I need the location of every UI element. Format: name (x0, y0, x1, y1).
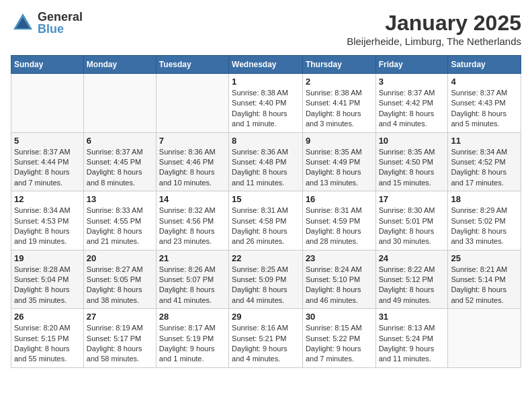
day-of-week-header: Tuesday (156, 56, 228, 74)
day-info: Sunrise: 8:27 AM Sunset: 5:05 PM Dayligh… (87, 265, 153, 306)
day-number: 6 (87, 136, 153, 146)
day-number: 5 (14, 136, 81, 146)
day-info: Sunrise: 8:32 AM Sunset: 4:56 PM Dayligh… (159, 205, 226, 247)
day-info: Sunrise: 8:16 AM Sunset: 5:21 PM Dayligh… (232, 323, 300, 365)
day-of-week-header: Monday (83, 56, 156, 74)
day-number: 27 (87, 312, 153, 322)
day-info: Sunrise: 8:24 AM Sunset: 5:10 PM Dayligh… (306, 265, 373, 306)
calendar-cell: 29Sunrise: 8:16 AM Sunset: 5:21 PM Dayli… (229, 309, 303, 368)
day-number: 15 (232, 194, 300, 204)
calendar-cell (83, 74, 156, 133)
calendar-cell: 16Sunrise: 8:31 AM Sunset: 4:59 PM Dayli… (302, 191, 375, 250)
day-info: Sunrise: 8:37 AM Sunset: 4:44 PM Dayligh… (14, 147, 81, 189)
day-number: 13 (87, 194, 153, 204)
calendar-cell: 6Sunrise: 8:37 AM Sunset: 4:45 PM Daylig… (83, 132, 156, 191)
day-number: 9 (306, 136, 373, 146)
day-info: Sunrise: 8:37 AM Sunset: 4:43 PM Dayligh… (451, 88, 518, 130)
day-info: Sunrise: 8:35 AM Sunset: 4:49 PM Dayligh… (306, 147, 373, 189)
day-number: 20 (87, 253, 153, 263)
day-of-week-header: Wednesday (229, 56, 303, 74)
day-number: 24 (379, 253, 445, 263)
day-number: 18 (451, 194, 518, 204)
calendar-cell (156, 74, 228, 133)
day-info: Sunrise: 8:22 AM Sunset: 5:12 PM Dayligh… (379, 265, 445, 306)
calendar-cell: 9Sunrise: 8:35 AM Sunset: 4:49 PM Daylig… (302, 132, 375, 191)
day-info: Sunrise: 8:38 AM Sunset: 4:41 PM Dayligh… (306, 88, 373, 130)
day-info: Sunrise: 8:34 AM Sunset: 4:52 PM Dayligh… (451, 147, 518, 189)
day-number: 4 (451, 77, 518, 87)
day-info: Sunrise: 8:35 AM Sunset: 4:50 PM Dayligh… (379, 147, 445, 189)
day-number: 14 (159, 194, 226, 204)
day-number: 12 (14, 194, 81, 204)
logo-general-text: General (38, 11, 83, 23)
day-number: 28 (159, 312, 226, 322)
day-info: Sunrise: 8:36 AM Sunset: 4:48 PM Dayligh… (232, 147, 300, 189)
day-number: 23 (306, 253, 373, 263)
title-block: January 2025 Bleijerheide, Limburg, The … (347, 11, 521, 47)
day-number: 1 (232, 77, 300, 87)
calendar-cell: 30Sunrise: 8:15 AM Sunset: 5:22 PM Dayli… (302, 309, 375, 368)
day-number: 21 (159, 253, 226, 263)
calendar-cell: 27Sunrise: 8:19 AM Sunset: 5:17 PM Dayli… (83, 309, 156, 368)
calendar-cell: 15Sunrise: 8:31 AM Sunset: 4:58 PM Dayli… (229, 191, 303, 250)
calendar-cell (11, 74, 84, 133)
day-number: 25 (451, 253, 518, 263)
day-info: Sunrise: 8:37 AM Sunset: 4:45 PM Dayligh… (87, 147, 153, 189)
calendar-table: SundayMondayTuesdayWednesdayThursdayFrid… (11, 55, 521, 368)
calendar-cell: 7Sunrise: 8:36 AM Sunset: 4:46 PM Daylig… (156, 132, 228, 191)
calendar-cell: 26Sunrise: 8:20 AM Sunset: 5:15 PM Dayli… (11, 309, 84, 368)
day-number: 8 (232, 136, 300, 146)
calendar-cell: 8Sunrise: 8:36 AM Sunset: 4:48 PM Daylig… (229, 132, 303, 191)
day-info: Sunrise: 8:15 AM Sunset: 5:22 PM Dayligh… (306, 323, 373, 365)
calendar-header-row: SundayMondayTuesdayWednesdayThursdayFrid… (11, 56, 521, 74)
calendar-cell (448, 309, 521, 368)
calendar-cell: 1Sunrise: 8:38 AM Sunset: 4:40 PM Daylig… (229, 74, 303, 133)
calendar-week-row: 1Sunrise: 8:38 AM Sunset: 4:40 PM Daylig… (11, 74, 521, 133)
logo-blue-text: Blue (38, 23, 83, 35)
day-info: Sunrise: 8:21 AM Sunset: 5:14 PM Dayligh… (451, 265, 518, 306)
day-info: Sunrise: 8:19 AM Sunset: 5:17 PM Dayligh… (87, 323, 153, 365)
calendar-cell: 22Sunrise: 8:25 AM Sunset: 5:09 PM Dayli… (229, 250, 303, 309)
day-info: Sunrise: 8:34 AM Sunset: 4:53 PM Dayligh… (14, 205, 81, 247)
calendar-cell: 5Sunrise: 8:37 AM Sunset: 4:44 PM Daylig… (11, 132, 84, 191)
day-info: Sunrise: 8:33 AM Sunset: 4:55 PM Dayligh… (87, 205, 153, 247)
day-number: 22 (232, 253, 300, 263)
calendar-cell: 24Sunrise: 8:22 AM Sunset: 5:12 PM Dayli… (375, 250, 448, 309)
calendar-week-row: 5Sunrise: 8:37 AM Sunset: 4:44 PM Daylig… (11, 132, 521, 191)
calendar-cell: 17Sunrise: 8:30 AM Sunset: 5:01 PM Dayli… (375, 191, 448, 250)
day-number: 17 (379, 194, 445, 204)
page-header: General Blue January 2025 Bleijerheide, … (11, 11, 521, 47)
calendar-cell: 3Sunrise: 8:37 AM Sunset: 4:42 PM Daylig… (375, 74, 448, 133)
day-info: Sunrise: 8:20 AM Sunset: 5:15 PM Dayligh… (14, 323, 81, 365)
calendar-cell: 14Sunrise: 8:32 AM Sunset: 4:56 PM Dayli… (156, 191, 228, 250)
calendar-week-row: 12Sunrise: 8:34 AM Sunset: 4:53 PM Dayli… (11, 191, 521, 250)
location: Bleijerheide, Limburg, The Netherlands (347, 36, 521, 47)
day-info: Sunrise: 8:25 AM Sunset: 5:09 PM Dayligh… (232, 265, 300, 306)
day-info: Sunrise: 8:26 AM Sunset: 5:07 PM Dayligh… (159, 265, 226, 306)
calendar-cell: 2Sunrise: 8:38 AM Sunset: 4:41 PM Daylig… (302, 74, 375, 133)
day-of-week-header: Friday (375, 56, 448, 74)
calendar-body: 1Sunrise: 8:38 AM Sunset: 4:40 PM Daylig… (11, 74, 521, 368)
calendar-cell: 10Sunrise: 8:35 AM Sunset: 4:50 PM Dayli… (375, 132, 448, 191)
day-number: 2 (306, 77, 373, 87)
day-info: Sunrise: 8:30 AM Sunset: 5:01 PM Dayligh… (379, 205, 445, 247)
calendar-cell: 21Sunrise: 8:26 AM Sunset: 5:07 PM Dayli… (156, 250, 228, 309)
day-number: 3 (379, 77, 445, 87)
day-number: 16 (306, 194, 373, 204)
day-number: 30 (306, 312, 373, 322)
calendar-cell: 12Sunrise: 8:34 AM Sunset: 4:53 PM Dayli… (11, 191, 84, 250)
day-info: Sunrise: 8:31 AM Sunset: 4:58 PM Dayligh… (232, 205, 300, 247)
day-info: Sunrise: 8:37 AM Sunset: 4:42 PM Dayligh… (379, 88, 445, 130)
calendar-cell: 18Sunrise: 8:29 AM Sunset: 5:02 PM Dayli… (448, 191, 521, 250)
logo-icon (11, 11, 35, 35)
day-info: Sunrise: 8:38 AM Sunset: 4:40 PM Dayligh… (232, 88, 300, 130)
day-info: Sunrise: 8:13 AM Sunset: 5:24 PM Dayligh… (379, 323, 445, 365)
day-info: Sunrise: 8:36 AM Sunset: 4:46 PM Dayligh… (159, 147, 226, 189)
day-number: 11 (451, 136, 518, 146)
day-of-week-header: Saturday (448, 56, 521, 74)
calendar-cell: 4Sunrise: 8:37 AM Sunset: 4:43 PM Daylig… (448, 74, 521, 133)
day-info: Sunrise: 8:29 AM Sunset: 5:02 PM Dayligh… (451, 205, 518, 247)
calendar-week-row: 19Sunrise: 8:28 AM Sunset: 5:04 PM Dayli… (11, 250, 521, 309)
day-number: 7 (159, 136, 226, 146)
day-of-week-header: Sunday (11, 56, 84, 74)
